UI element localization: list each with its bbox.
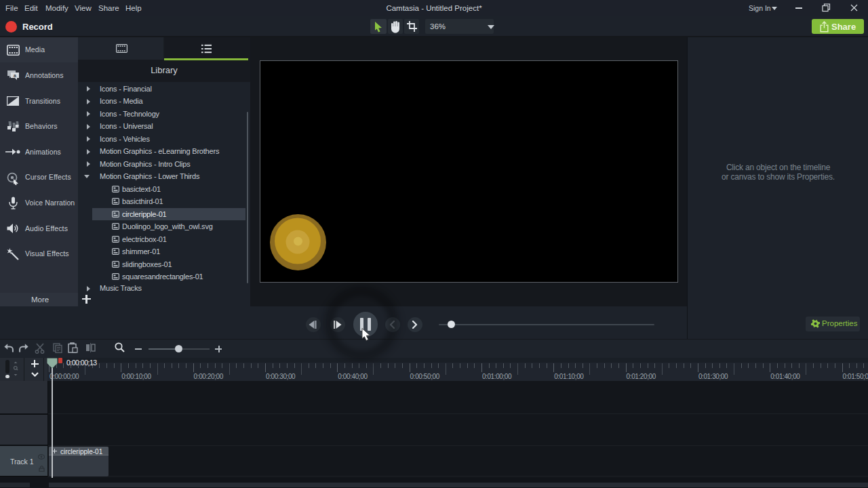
svg-text:a: a — [14, 73, 16, 78]
